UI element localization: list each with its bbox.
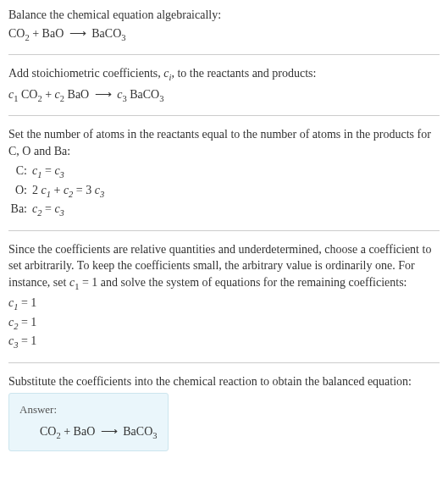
stoich-text: Add stoichiometric coefficients, ci, to … — [8, 65, 440, 84]
divider — [8, 362, 440, 363]
co2-term: CO — [18, 88, 37, 101]
c3s: 3 — [60, 170, 64, 179]
product-baco3: BaCO — [89, 27, 122, 40]
coefficient-list: c1 = 1 c2 = 1 c3 = 1 — [8, 295, 440, 351]
answer-label: Answer: — [19, 402, 158, 417]
intro-section: Balance the chemical equation algebraica… — [8, 7, 440, 44]
plus-bao: + BaO — [61, 425, 98, 438]
answer-equation: CO2 + BaO ⟶ BaCO3 — [19, 423, 158, 442]
baco3-sub: 3 — [121, 32, 125, 41]
atoms-text: Set the number of atoms in the reactants… — [8, 126, 440, 159]
arrow-icon: ⟶ — [67, 27, 89, 40]
plus: + — [42, 88, 55, 101]
eq: = — [41, 164, 54, 177]
substitute-section: Substitute the coefficients into the che… — [8, 373, 440, 451]
arrow-icon: ⟶ — [98, 425, 120, 438]
baco3-sub: 3 — [159, 93, 163, 102]
stoich-section: Add stoichiometric coefficients, ci, to … — [8, 65, 440, 105]
coeff-row: c3 = 1 — [8, 333, 440, 351]
solve-section: Since the coefficients are relative quan… — [8, 241, 440, 352]
substitute-text: Substitute the coefficients into the che… — [8, 373, 440, 390]
baco3: BaCO — [120, 425, 153, 438]
atom-equation: c2 = c3 — [32, 201, 64, 219]
c3s: 3 — [100, 190, 104, 199]
prefix: 2 — [32, 184, 41, 196]
atom-equation: c1 = c3 — [32, 163, 64, 181]
divider — [8, 54, 440, 55]
atom-label: Ba: — [8, 201, 32, 218]
plus-bao: + BaO — [30, 27, 67, 40]
stoich-text-b: , to the reactants and products: — [171, 67, 316, 80]
eq: = — [41, 202, 54, 215]
atom-label: O: — [8, 182, 32, 199]
co2: CO — [40, 425, 56, 438]
atom-row-c: C: c1 = c3 — [8, 163, 440, 181]
coeff-row: c1 = 1 — [8, 295, 440, 313]
val: = 1 — [18, 316, 36, 329]
val: = 1 — [18, 334, 36, 347]
c3s: 3 — [60, 208, 64, 218]
eq: = 3 — [73, 184, 94, 196]
arrow-icon: ⟶ — [92, 88, 114, 101]
atom-row-o: O: 2 c1 + c2 = 3 c3 — [8, 182, 440, 201]
atoms-section: Set the number of atoms in the reactants… — [8, 126, 440, 220]
reactant-co2: CO — [8, 27, 25, 40]
baco3-term: BaCO — [127, 88, 160, 101]
solve-text: Since the coefficients are relative quan… — [8, 241, 440, 294]
atom-balance-table: C: c1 = c3 O: 2 c1 + c2 = 3 c3 Ba: c2 = … — [8, 163, 440, 219]
coeff-row: c2 = 1 — [8, 314, 440, 333]
solve-text-b: = 1 and solve the system of equations fo… — [79, 276, 407, 289]
stoich-text-a: Add stoichiometric coefficients, — [8, 67, 163, 80]
intro-equation: CO2 + BaO ⟶ BaCO3 — [8, 25, 440, 44]
plus: + — [51, 184, 64, 196]
intro-text: Balance the chemical equation algebraica… — [8, 7, 440, 24]
atom-label: C: — [8, 163, 32, 179]
atom-row-ba: Ba: c2 = c3 — [8, 201, 440, 219]
bao-term: BaO — [64, 88, 92, 101]
val: = 1 — [18, 296, 36, 309]
stoich-equation: c1 CO2 + c2 BaO ⟶ c3 BaCO3 — [8, 86, 440, 105]
divider — [8, 115, 440, 116]
baco3-sub: 3 — [152, 430, 157, 439]
atom-equation: 2 c1 + c2 = 3 c3 — [32, 182, 104, 201]
divider — [8, 230, 440, 231]
answer-box: Answer: CO2 + BaO ⟶ BaCO3 — [8, 393, 169, 451]
